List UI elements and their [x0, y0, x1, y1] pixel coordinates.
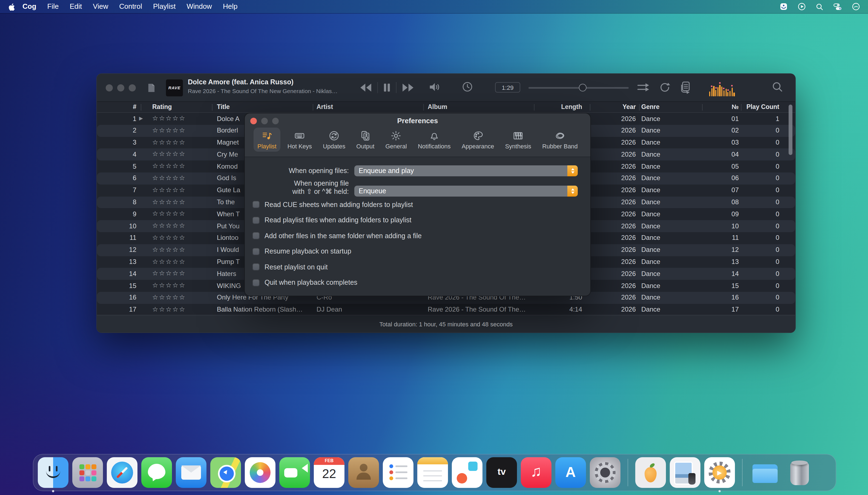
close-button[interactable] [106, 84, 113, 91]
finder-icon[interactable] [38, 457, 68, 488]
calendar-icon[interactable]: FEB 22 [314, 457, 344, 488]
column-header-playcount[interactable]: Play Count [745, 103, 779, 110]
notes-icon[interactable] [417, 457, 448, 488]
column-divider[interactable] [639, 104, 640, 110]
zoom-button[interactable] [129, 84, 136, 91]
settings-icon[interactable] [590, 457, 620, 488]
rating-stars[interactable]: ☆☆☆☆☆ [152, 174, 212, 182]
column-header-artist[interactable]: Artist [317, 103, 421, 110]
facetime-icon[interactable] [279, 457, 310, 488]
rating-stars[interactable]: ☆☆☆☆☆ [152, 198, 212, 206]
spotlight-search-icon[interactable] [815, 2, 824, 11]
reminders-icon[interactable] [383, 457, 413, 488]
rating-stars[interactable]: ☆☆☆☆☆ [152, 306, 212, 313]
messages-icon[interactable] [141, 457, 172, 488]
checkbox[interactable] [253, 248, 259, 255]
timer-icon[interactable] [462, 81, 473, 92]
search-icon[interactable] [772, 81, 783, 92]
column-header-length[interactable]: Length [538, 103, 582, 110]
rating-stars[interactable]: ☆☆☆☆☆ [152, 281, 212, 289]
seek-slider[interactable] [528, 87, 629, 89]
freeform-icon[interactable] [452, 457, 482, 488]
volume-icon[interactable] [429, 82, 441, 92]
rewind-button[interactable] [359, 83, 372, 92]
column-divider[interactable] [313, 104, 313, 110]
tab-playlist[interactable]: Playlist [254, 127, 280, 152]
menu-item-help[interactable]: Help [217, 0, 243, 13]
rating-stars[interactable]: ☆☆☆☆☆ [152, 234, 212, 241]
rating-stars[interactable]: ☆☆☆☆☆ [152, 270, 212, 277]
vertical-scrollbar[interactable] [788, 105, 793, 155]
column-header-genre[interactable]: Genre [641, 103, 693, 110]
launchpad-icon[interactable] [72, 457, 103, 488]
open-files-modifier-popup[interactable]: Enqueue [354, 186, 578, 197]
menu-item-view[interactable]: View [87, 0, 114, 13]
minimize-button[interactable] [117, 84, 124, 91]
table-row[interactable]: 17 ☆☆☆☆☆ Balla Nation Reborn (Slash… DJ … [97, 304, 795, 316]
tab-appearance[interactable]: Appearance [458, 127, 498, 152]
rating-stars[interactable]: ☆☆☆☆☆ [152, 186, 212, 194]
column-header-rating[interactable]: Rating [152, 103, 212, 110]
screenshot-icon[interactable] [670, 457, 700, 488]
checkbox[interactable] [253, 217, 259, 224]
pear-icon[interactable] [635, 457, 666, 488]
rating-stars[interactable]: ☆☆☆☆☆ [152, 138, 212, 146]
rating-stars[interactable]: ☆☆☆☆☆ [152, 246, 212, 254]
app-window-icon[interactable] [779, 2, 788, 11]
repeat-icon[interactable] [659, 82, 671, 93]
pause-button[interactable] [383, 83, 391, 92]
music-icon[interactable]: ♫ [521, 457, 551, 488]
tab-updates[interactable]: Updates [319, 127, 349, 152]
rating-stars[interactable]: ☆☆☆☆☆ [152, 293, 212, 301]
menu-item-file[interactable]: File [42, 0, 64, 13]
appletv-icon[interactable]: tv [486, 457, 517, 488]
column-divider[interactable] [741, 104, 742, 110]
rating-stars[interactable]: ☆☆☆☆☆ [152, 258, 212, 265]
column-divider[interactable] [212, 104, 212, 110]
contacts-icon[interactable] [348, 457, 379, 488]
column-header-album[interactable]: Album [428, 103, 534, 110]
checkbox[interactable] [253, 201, 259, 208]
shuffle-icon[interactable] [637, 82, 650, 93]
tab-synthesis[interactable]: Synthesis [501, 127, 535, 152]
column-header-trackno[interactable]: № [711, 103, 739, 110]
rating-stars[interactable]: ☆☆☆☆☆ [152, 126, 212, 134]
cog-player-icon[interactable] [704, 457, 735, 488]
checkbox[interactable] [253, 279, 259, 286]
menu-item-control[interactable]: Control [114, 0, 148, 13]
column-divider[interactable] [702, 104, 703, 110]
rating-stars[interactable]: ☆☆☆☆☆ [152, 150, 212, 158]
seek-slider-thumb[interactable] [579, 84, 586, 91]
photos-icon[interactable] [245, 457, 275, 488]
rating-stars[interactable]: ☆☆☆☆☆ [152, 222, 212, 229]
rating-stars[interactable]: ☆☆☆☆☆ [152, 115, 212, 122]
folder-icon[interactable] [750, 457, 780, 488]
rating-stars[interactable]: ☆☆☆☆☆ [152, 210, 212, 218]
safari-icon[interactable] [107, 457, 137, 488]
column-divider[interactable] [423, 104, 424, 110]
menu-item-app[interactable]: Cog [17, 0, 42, 13]
control-center-icon[interactable] [833, 2, 842, 11]
trash-icon[interactable] [784, 457, 815, 488]
play-circle-icon[interactable] [797, 2, 806, 11]
apple-menu-icon[interactable] [8, 2, 15, 11]
column-divider[interactable] [590, 104, 590, 110]
menu-item-edit[interactable]: Edit [64, 0, 87, 13]
open-files-popup[interactable]: Enqueue and play [354, 165, 578, 176]
spectrum-analyzer[interactable] [709, 80, 735, 96]
checkbox[interactable] [253, 232, 259, 239]
file-icon[interactable] [147, 83, 155, 92]
tab-rubber-band[interactable]: Rubber Band [538, 127, 582, 152]
clock-icon[interactable] [852, 2, 860, 11]
column-divider[interactable] [141, 104, 141, 110]
tab-notifications[interactable]: Notifications [414, 127, 455, 152]
fast-forward-button[interactable] [402, 83, 414, 92]
tab-output[interactable]: Output [353, 127, 378, 152]
tab-general[interactable]: General [382, 127, 411, 152]
column-header-year[interactable]: Year [603, 103, 636, 110]
maps-icon[interactable] [210, 457, 241, 488]
appstore-icon[interactable]: A [555, 457, 586, 488]
checkbox[interactable] [253, 264, 259, 271]
playlist-queue-icon[interactable] [679, 81, 692, 94]
tab-hot-keys[interactable]: Hot Keys [284, 127, 316, 152]
